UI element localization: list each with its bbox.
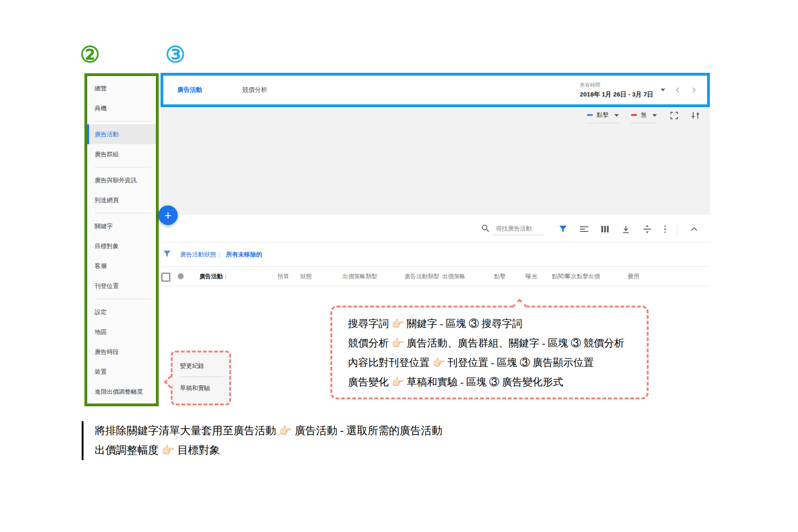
column-header[interactable]: 預算 bbox=[277, 272, 289, 280]
bubble-tail-pointer bbox=[512, 299, 528, 314]
search-icon bbox=[481, 224, 489, 234]
sidebar-item[interactable]: 進階出價調整幅度 bbox=[87, 382, 156, 402]
fullscreen-icon[interactable] bbox=[670, 111, 678, 120]
filter-label: 廣告活動狀態： bbox=[180, 250, 222, 259]
sidebar-item-label: 到達網頁 bbox=[95, 196, 119, 205]
chart-metric-selector-2[interactable]: 無 bbox=[631, 111, 657, 123]
footnote-line: 出價調整幅度 👉🏻 目標對象 bbox=[95, 441, 442, 460]
column-header[interactable]: 狀態 bbox=[300, 272, 312, 280]
chart-settings-icon[interactable] bbox=[691, 111, 700, 120]
sidebar-item[interactable]: 廣告與額外資訊 bbox=[87, 170, 156, 190]
applied-filter-bar: 廣告活動狀態： 所有未移除的 bbox=[161, 243, 710, 266]
sidebar-item[interactable]: 關鍵字 bbox=[87, 216, 156, 236]
sidebar-item-label: 總覽 bbox=[95, 84, 107, 93]
chevron-right-icon[interactable] bbox=[690, 87, 697, 93]
segment-icon[interactable] bbox=[580, 225, 588, 233]
columns-icon[interactable] bbox=[601, 225, 609, 233]
collapse-panel-icon[interactable] bbox=[690, 226, 698, 232]
footnote-bar bbox=[82, 421, 84, 460]
tab-campaigns[interactable]: 廣告活動 bbox=[177, 86, 202, 94]
popup-menu-item[interactable]: 變更紀錄 bbox=[180, 362, 229, 370]
download-icon[interactable] bbox=[622, 225, 630, 233]
sidebar-item[interactable]: 到達網頁 bbox=[87, 190, 156, 210]
sidebar: 總覽 商機 廣告活動 廣告群組 廣告與額外資訊 到達網頁 關鍵字 bbox=[84, 73, 159, 406]
chart-metric-2-label: 無 bbox=[641, 111, 647, 119]
sidebar-item[interactable]: 裝置 bbox=[87, 362, 156, 382]
sidebar-item-label: 進階出價調整幅度 bbox=[95, 388, 143, 396]
chevron-down-icon[interactable] bbox=[614, 114, 619, 117]
popup-menu-item[interactable]: 草稿和實驗 bbox=[180, 377, 223, 392]
column-header[interactable]: 出價策略類型 bbox=[342, 272, 377, 280]
popup-tail-pointer bbox=[164, 376, 176, 388]
callout-bubble: 搜尋字詞 👉🏻 關鍵字 - 區塊 ③ 搜尋字詞 競價分析 👉🏻 廣告活動、廣告群… bbox=[330, 306, 649, 399]
column-header[interactable]: 費用 bbox=[628, 272, 639, 280]
google-ads-annotated-screenshot: ② ③ 總覽 商機 廣告活動 廣告群組 廣告與額外資訊 到達網頁 bbox=[0, 0, 798, 532]
sidebar-item[interactable]: 商機 bbox=[87, 98, 156, 118]
table-column-headers: 預算狀態出價策略類型廣告活動類型出價策略點擊曝光點閱率單次點擊出價費用 bbox=[0, 267, 798, 286]
chart-area: 點擊 無 bbox=[161, 107, 710, 215]
sidebar-item-label: 廣告群組 bbox=[95, 150, 119, 159]
sidebar-item[interactable]: 設定 bbox=[87, 302, 156, 322]
chart-controls: 點擊 無 bbox=[575, 111, 700, 123]
date-range-value: 2018年 1月 26日 - 3月 7日 bbox=[580, 90, 653, 99]
filter-value[interactable]: 所有未移除的 bbox=[226, 250, 262, 259]
sidebar-item-label: 裝置 bbox=[95, 368, 107, 376]
sidebar-item-label: 商機 bbox=[95, 104, 107, 113]
top-tab-bar: 廣告活動 競價分析 所有時間 2018年 1月 26日 - 3月 7日 bbox=[161, 73, 710, 107]
footnote: 將排除關鍵字清單大量套用至廣告活動 👉🏻 廣告活動 - 選取所需的廣告活動 出價… bbox=[82, 421, 442, 460]
column-header[interactable]: 點擊 bbox=[494, 272, 506, 280]
filter-icon[interactable] bbox=[559, 225, 567, 233]
popup-menu-annotation: 變更紀錄 草稿和實驗 bbox=[171, 351, 231, 405]
date-range-preset-label: 所有時間 bbox=[580, 82, 653, 89]
toolbar-divider bbox=[677, 223, 677, 235]
region-badge-2: ② bbox=[80, 44, 100, 66]
table-header-row: 廣告活動 ↑ 預算狀態出價策略類型廣告活動類型出價策略點擊曝光點閱率單次點擊出價… bbox=[0, 267, 798, 286]
sidebar-item[interactable]: 廣告活動 bbox=[87, 124, 156, 144]
column-header[interactable]: 出價策略 bbox=[442, 272, 465, 280]
search-placeholder: 尋找廣告活動 bbox=[493, 224, 543, 235]
column-header[interactable]: 單次點擊出價 bbox=[565, 272, 600, 280]
sidebar-item[interactable]: 目標對象 bbox=[87, 236, 156, 256]
callout-line: 搜尋字詞 👉🏻 關鍵字 - 區塊 ③ 搜尋字詞 bbox=[348, 314, 647, 333]
filter-icon bbox=[163, 250, 171, 259]
footnote-line: 將排除關鍵字清單大量套用至廣告活動 👉🏻 廣告活動 - 選取所需的廣告活動 bbox=[95, 421, 442, 441]
sidebar-item-label: 關鍵字 bbox=[95, 222, 113, 231]
chevron-left-icon[interactable] bbox=[675, 87, 681, 93]
search-input[interactable]: 尋找廣告活動 bbox=[481, 224, 543, 235]
callout-line: 廣告變化 👉🏻 草稿和實驗 - 區塊 ③ 廣告變化形式 bbox=[348, 372, 647, 392]
callout-line: 競價分析 👉🏻 廣告活動、廣告群組、關鍵字 - 區塊 ③ 競價分析 bbox=[348, 333, 647, 353]
expand-rows-icon[interactable] bbox=[643, 225, 651, 233]
date-range-picker[interactable]: 所有時間 2018年 1月 26日 - 3月 7日 bbox=[580, 82, 697, 99]
divider bbox=[161, 242, 710, 243]
region-badge-3: ③ bbox=[165, 44, 185, 66]
sidebar-item-label: 目標對象 bbox=[95, 242, 119, 250]
sidebar-item-label: 設定 bbox=[95, 308, 107, 316]
more-options-icon[interactable] bbox=[664, 225, 666, 233]
sidebar-item-label: 廣告與額外資訊 bbox=[95, 176, 137, 185]
sidebar-item[interactable]: 地區 bbox=[87, 322, 156, 342]
sidebar-item[interactable]: 廣告群組 bbox=[87, 144, 156, 164]
table-toolbar: 尋找廣告活動 bbox=[161, 216, 710, 242]
sidebar-item-label: 廣告時段 bbox=[95, 348, 119, 356]
legend-dash-blue-icon bbox=[587, 114, 593, 116]
chart-metric-1-label: 點擊 bbox=[597, 111, 609, 119]
sidebar-item[interactable]: 廣告時段 bbox=[87, 342, 156, 362]
sidebar-item-label: 廣告活動 bbox=[95, 130, 119, 139]
divider bbox=[161, 286, 710, 286]
chart-metric-selector-1[interactable]: 點擊 bbox=[587, 111, 619, 123]
sidebar-item-label: 地區 bbox=[95, 328, 107, 336]
footnote-lines: 將排除關鍵字清單大量套用至廣告活動 👉🏻 廣告活動 - 選取所需的廣告活動 出價… bbox=[95, 421, 442, 460]
chevron-down-icon[interactable] bbox=[652, 114, 657, 117]
callout-line: 內容比對刊登位置 👉🏻 刊登位置 - 區塊 ③ 廣告顯示位置 bbox=[348, 353, 647, 372]
column-header[interactable]: 廣告活動類型 bbox=[405, 272, 439, 280]
tab-auction-insights[interactable]: 競價分析 bbox=[242, 86, 267, 94]
chevron-down-icon[interactable] bbox=[661, 89, 665, 91]
sidebar-item[interactable]: 總覽 bbox=[87, 78, 156, 98]
column-header[interactable]: 曝光 bbox=[526, 272, 537, 280]
legend-dash-red-icon bbox=[631, 114, 637, 116]
